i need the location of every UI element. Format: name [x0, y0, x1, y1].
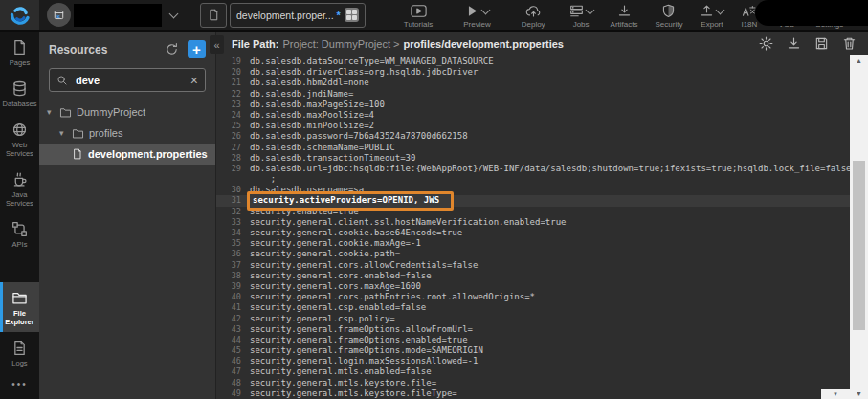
line-text: security.general.cors.enabled=false [250, 271, 432, 281]
editor-pane: « File Path: Project: DummyProject > pro… [215, 32, 868, 399]
tree-item-profiles[interactable]: ▾ profiles [39, 122, 215, 144]
code-line-47[interactable]: 47 security.general.mtls.enabled=false [216, 366, 850, 377]
sidebar-item-web-services[interactable]: Web Services [0, 114, 39, 164]
code-line-27[interactable]: 27 db.salesdb.schemaName=PUBLIC [216, 143, 850, 153]
line-text: db.salesdb.schemaName=PUBLIC [250, 143, 395, 153]
line-text: security.general.csp.policy= [250, 314, 395, 324]
line-text: db.salesdb.hbm2ddl=none [250, 78, 369, 88]
line-number: 26 [216, 131, 241, 142]
line-number: 30 [216, 185, 241, 195]
grid-icon[interactable] [345, 8, 359, 22]
nav-label: Deploy [522, 20, 545, 29]
nav-tutorials[interactable]: Tutorials [389, 1, 448, 29]
code-line-43[interactable]: 43 security.general.frameOptions.allowFr… [216, 324, 850, 335]
collapse-panel-icon[interactable]: « [210, 35, 224, 54]
code-line-46[interactable]: 46 security.general.login.maxSessionsAll… [216, 356, 850, 366]
sidebar-item-java-services[interactable]: Java Services [0, 164, 39, 213]
code-line-22[interactable]: 22 db.salesdb.jndiName= [216, 89, 850, 100]
file-tab-icon-button[interactable] [200, 3, 227, 28]
project-avatar[interactable] [47, 3, 71, 27]
caret-down-icon[interactable]: ▾ [47, 107, 55, 117]
nav-label: Jobs [573, 20, 590, 29]
line-number: 41 [216, 302, 241, 313]
nav-deploy[interactable]: Deploy [506, 1, 561, 29]
code-line-26[interactable]: 26 db.salesdb.password=7b6a43524a78700d6… [216, 131, 850, 142]
code-line-39[interactable]: 39 security.general.cors.maxAge=1600 [216, 281, 850, 292]
code-line-28[interactable]: 28 db.salesdb.transactionTimeout=30 [216, 153, 850, 164]
clear-search-icon[interactable]: × [190, 74, 198, 87]
tree-item-label: DummyProject [77, 106, 145, 118]
tree-item-dummyproject[interactable]: ▾ DummyProject [39, 101, 215, 122]
code-line-41[interactable]: 41 security.general.csp.enabled=false [216, 302, 850, 313]
app-logo[interactable] [0, 0, 39, 30]
code-line-21[interactable]: 21 db.salesdb.hbm2ddl=none [216, 78, 850, 88]
app-window: development.proper... * Tutorials Previe… [0, 0, 868, 399]
search-input[interactable] [74, 74, 185, 87]
chevron-down-icon[interactable] [169, 9, 179, 18]
refresh-icon[interactable] [165, 42, 179, 56]
code-editor[interactable]: 19 db.salesdb.dataSourceType=WM_MANAGED_… [216, 56, 850, 399]
code-line-37[interactable]: 37 security.general.cors.allowCredential… [216, 260, 850, 271]
tree-item-label: profiles [89, 127, 122, 139]
folder-icon [59, 106, 72, 119]
save-button[interactable] [814, 36, 829, 51]
add-resource-button[interactable]: + [188, 40, 206, 58]
code-line-44[interactable]: 44 security.general.frameOptions.enabled… [216, 335, 850, 345]
code-line-23[interactable]: 23 db.salesdb.maxPageSize=100 [216, 100, 850, 110]
code-line-48[interactable]: 48 security.general.mtls.keystore.file= [216, 378, 850, 388]
code-line-45[interactable]: 45 security.general.frameOptions.mode=SA… [216, 345, 850, 356]
nav-preview[interactable]: Preview [448, 1, 505, 29]
line-text: security.general.cors.pathEntries.root.a… [250, 292, 535, 302]
horizontal-scrollbar-corner[interactable]: ▼ [821, 389, 850, 399]
nav-artifacts[interactable]: Artifacts [602, 1, 647, 29]
sidebar-item-logs[interactable]: Logs [0, 332, 39, 373]
settings-button[interactable] [759, 36, 773, 51]
delete-button[interactable] [842, 36, 857, 51]
sidebar-item-pages[interactable]: Pages [0, 32, 39, 73]
tree-item-development-properties[interactable]: development.properties [39, 144, 215, 165]
code-line-31[interactable]: 31 security.activeProviders=OPENID, JWS [216, 195, 850, 206]
rail-top-group: Pages Databases Web Services Java Servic… [0, 32, 39, 255]
code-line-24[interactable]: 24 db.salesdb.maxPoolSize=4 [216, 110, 850, 121]
line-text: db.salesdb.maxPoolSize=4 [250, 110, 374, 121]
code-line-20[interactable]: 20 db.salesdb.driverClass=org.hsqldb.jdb… [216, 67, 850, 78]
scroll-down-icon[interactable]: ▼ [850, 390, 868, 397]
code-line-29[interactable]: 29 db.salesdb.url=jdbc:hsqldb:file:{WebA… [216, 164, 850, 174]
download-button[interactable] [787, 36, 801, 51]
file-path-value: profiles/development.properties [403, 38, 563, 50]
nav-export[interactable]: Export [691, 1, 732, 29]
line-text: security.general.cookie.path= [250, 249, 400, 259]
breadcrumb: Project: DummyProject > [283, 38, 400, 50]
code-line-continuation[interactable]: ; [216, 174, 850, 185]
launch-icon [53, 9, 65, 21]
nav-security[interactable]: Security [647, 1, 692, 29]
vertical-scrollbar[interactable]: ▲ ▼ [850, 55, 868, 399]
code-line-38[interactable]: 38 security.general.cors.enabled=false [216, 271, 850, 281]
caret-down-icon[interactable]: ▾ [59, 128, 67, 138]
line-number: 46 [216, 356, 241, 366]
code-line-33[interactable]: 33 security.general.client.ssl.hostNameV… [216, 217, 850, 228]
scrollbar-thumb[interactable] [853, 161, 865, 330]
wavemaker-logo-icon [9, 4, 32, 27]
rail-more-button[interactable]: ••• [0, 373, 39, 399]
line-number: 39 [216, 281, 241, 292]
line-number: 32 [216, 207, 241, 217]
sidebar-item-file-explorer[interactable]: File Explorer [0, 282, 39, 332]
code-line-19[interactable]: 19 db.salesdb.dataSourceType=WM_MANAGED_… [216, 56, 850, 67]
sidebar-item-databases[interactable]: Databases [0, 73, 39, 114]
tab-development-properties[interactable]: development.proper... * [230, 3, 366, 28]
line-number: 25 [216, 121, 241, 131]
code-line-35[interactable]: 35 security.general.cookie.maxAge=-1 [216, 238, 850, 249]
sidebar-item-apis[interactable]: APIs [0, 213, 39, 255]
resources-header: Resources + [39, 32, 215, 63]
code-line-40[interactable]: 40 security.general.cors.pathEntries.roo… [216, 292, 850, 302]
code-line-36[interactable]: 36 security.general.cookie.path= [216, 249, 850, 259]
code-line-42[interactable]: 42 security.general.csp.policy= [216, 314, 850, 324]
code-line-34[interactable]: 34 security.general.cookie.base64Encode=… [216, 228, 850, 238]
trash-icon [842, 36, 857, 51]
code-line-25[interactable]: 25 db.salesdb.minPoolSize=2 [216, 121, 850, 131]
scroll-up-icon[interactable]: ▲ [850, 57, 868, 64]
folder-icon [11, 290, 28, 306]
nav-jobs[interactable]: Jobs [561, 1, 602, 29]
code-line-49[interactable]: 49 security.general.mtls.keystore.fileTy… [216, 388, 850, 399]
